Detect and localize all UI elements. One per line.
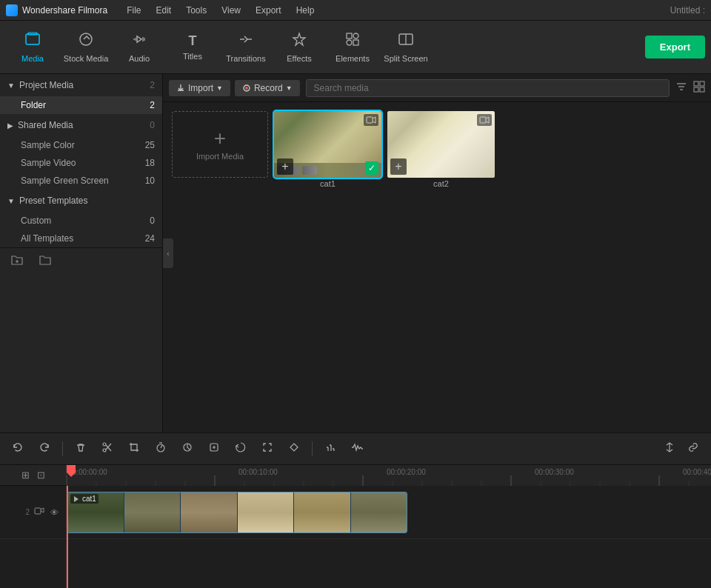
- ruler-ticks-svg: [67, 465, 711, 486]
- import-dropdown-icon[interactable]: ▼: [216, 84, 223, 92]
- timeline-controls: [0, 432, 711, 465]
- menu-view[interactable]: View: [214, 0, 248, 21]
- sidebar-footer: [0, 247, 162, 274]
- menu-export[interactable]: Export: [248, 0, 289, 21]
- tool-transitions[interactable]: Transitions: [219, 24, 273, 71]
- custom-count: 0: [150, 216, 155, 226]
- svg-marker-3: [293, 33, 305, 45]
- tool-titles[interactable]: T Titles: [166, 24, 219, 71]
- shared-media-label: Shared Media: [18, 120, 73, 130]
- menu-file[interactable]: File: [119, 0, 148, 21]
- sidebar-project-media[interactable]: ▼ Project Media 2: [0, 74, 162, 96]
- audio-mix-button[interactable]: [321, 438, 339, 459]
- audio-icon: [131, 31, 147, 51]
- tool-elements[interactable]: Elements: [326, 24, 379, 71]
- thumb-add-cat2[interactable]: +: [390, 158, 407, 175]
- redo-button[interactable]: [36, 438, 53, 459]
- stock-media-icon: [78, 31, 94, 51]
- menu-bar: Wondershare Filmora File Edit Tools View…: [0, 0, 711, 21]
- thumb-overlay-cat2: [477, 114, 492, 126]
- sidebar-all-templates[interactable]: All Templates 24: [0, 230, 162, 247]
- video-track-1: cat1: [67, 486, 711, 539]
- fit-timeline-button[interactable]: ⊡: [36, 468, 47, 482]
- sidebar-folder[interactable]: Folder 2: [0, 96, 162, 114]
- media-toolbar: Import ▼ Record ▼: [163, 74, 711, 102]
- new-folder-button[interactable]: [6, 251, 28, 272]
- import-button[interactable]: Import ▼: [169, 80, 230, 96]
- add-track-button[interactable]: ⊞: [20, 468, 31, 482]
- preset-templates-collapse-icon: ▼: [7, 197, 15, 205]
- tool-effects[interactable]: Effects: [273, 24, 326, 71]
- split-screen-icon: [398, 31, 414, 51]
- menu-help[interactable]: Help: [289, 0, 322, 21]
- loop-button[interactable]: [232, 438, 250, 459]
- search-input[interactable]: [306, 79, 670, 97]
- sample-color-count: 25: [145, 140, 155, 150]
- speed-button[interactable]: [152, 438, 170, 459]
- custom-label: Custom: [21, 216, 51, 226]
- tool-media[interactable]: Media: [6, 24, 59, 71]
- elements-label: Elements: [336, 54, 370, 63]
- snap-toggle[interactable]: [661, 438, 678, 459]
- cut-button[interactable]: [99, 438, 116, 459]
- import-media-label: Import Media: [196, 152, 244, 161]
- preset-templates-label: Preset Templates: [19, 196, 88, 206]
- record-label: Record: [254, 83, 283, 93]
- media-item-cat1: ✓ + cat1: [274, 111, 381, 188]
- media-thumb-cat2[interactable]: +: [387, 111, 495, 178]
- shared-media-collapse-icon: ▶: [7, 121, 13, 130]
- svg-rect-15: [700, 81, 704, 86]
- all-templates-count: 24: [145, 233, 155, 244]
- media-thumb-cat1[interactable]: ✓ +: [274, 111, 381, 178]
- record-button[interactable]: Record ▼: [235, 80, 300, 96]
- stabilize-button[interactable]: [205, 438, 223, 459]
- project-media-collapse-icon: ▼: [7, 81, 15, 90]
- grid-icon[interactable]: [693, 81, 705, 95]
- transitions-icon: [238, 31, 254, 51]
- delete-button[interactable]: [72, 438, 90, 459]
- window-title: Untitled :: [670, 5, 705, 16]
- record-dropdown-icon[interactable]: ▼: [286, 84, 293, 92]
- sidebar-preset-templates[interactable]: ▼ Preset Templates: [0, 190, 162, 212]
- sidebar-collapse-button[interactable]: ‹: [163, 238, 173, 268]
- import-media-button[interactable]: + Import Media: [172, 111, 268, 178]
- svg-rect-16: [694, 87, 698, 92]
- svg-rect-6: [347, 40, 352, 45]
- all-templates-label: All Templates: [21, 233, 73, 244]
- svg-point-21: [103, 443, 106, 446]
- svg-rect-49: [35, 508, 41, 514]
- timeline-ruler-row: ⊞ ⊡ 00:00:00:00 00:00:10:00 00:00:20:00 …: [0, 465, 711, 486]
- sidebar-shared-media[interactable]: ▶ Shared Media 0: [0, 114, 162, 136]
- thumb-add-cat1[interactable]: +: [277, 158, 293, 175]
- sidebar-sample-color[interactable]: Sample Color 25: [0, 136, 162, 154]
- export-button[interactable]: Export: [645, 36, 705, 59]
- sample-green-screen-count: 10: [145, 176, 155, 186]
- filter-icon[interactable]: [675, 81, 687, 95]
- fullscreen-button[interactable]: [258, 438, 276, 459]
- crop-button[interactable]: [125, 438, 143, 459]
- undo-button[interactable]: [9, 438, 27, 459]
- tool-stock-media[interactable]: Stock Media: [59, 24, 113, 71]
- sidebar-sample-video[interactable]: Sample Video 18: [0, 154, 162, 172]
- sidebar-custom[interactable]: Custom 0: [0, 212, 162, 230]
- clip-thumbnails: [67, 492, 407, 532]
- keyframe-button[interactable]: [285, 438, 303, 459]
- titles-label: Titles: [183, 52, 202, 61]
- waveform-button[interactable]: [348, 438, 366, 459]
- menu-edit[interactable]: Edit: [149, 0, 179, 21]
- track-mute-button[interactable]: 👁: [49, 507, 60, 518]
- delete-folder-button[interactable]: [34, 251, 56, 272]
- timeline: ⊞ ⊡ 00:00:00:00 00:00:10:00 00:00:20:00 …: [0, 465, 711, 588]
- color-button[interactable]: [178, 438, 196, 459]
- tool-split-screen[interactable]: Split Screen: [379, 24, 433, 71]
- menu-tools[interactable]: Tools: [178, 0, 214, 21]
- svg-marker-48: [67, 465, 76, 477]
- sidebar-sample-green-screen[interactable]: Sample Green Screen 10: [0, 172, 162, 190]
- sample-video-label: Sample Video: [21, 158, 76, 168]
- link-toggle[interactable]: [684, 438, 702, 459]
- media-label: Media: [21, 54, 44, 63]
- svg-rect-14: [694, 81, 698, 86]
- timeline-left-controls: ⊞ ⊡: [0, 465, 67, 485]
- tool-audio[interactable]: Audio: [113, 24, 166, 71]
- video-clip-cat1[interactable]: cat1: [67, 492, 407, 533]
